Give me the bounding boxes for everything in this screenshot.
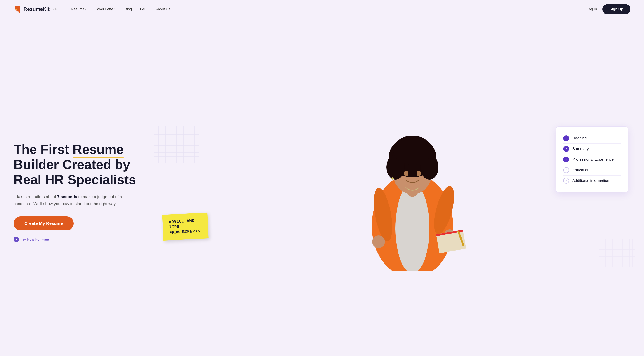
nav-blog[interactable]: Blog: [124, 7, 132, 11]
checklist-item-education: ✓ Education: [563, 165, 621, 175]
deco-lines-bottom: [599, 239, 635, 267]
check-icon-experience: ✓: [563, 157, 569, 162]
beta-badge: Beta: [52, 8, 58, 11]
svg-point-29: [404, 171, 408, 176]
nav-links: Resume ▾ Cover Letter ▾ Blog FAQ About U…: [71, 7, 587, 11]
nav-actions: Log In Sign Up: [587, 4, 630, 14]
shield-icon: ✦: [14, 237, 19, 242]
svg-point-38: [392, 177, 394, 180]
chevron-down-icon: ▾: [115, 8, 116, 10]
check-icon-heading: ✓: [563, 135, 569, 141]
logo-text: ResumeKit: [24, 6, 50, 12]
checklist-item-heading: ✓ Heading: [563, 133, 621, 143]
hero-section: The First Resume Builder Created by Real…: [0, 18, 644, 356]
advice-note: ADVICE AND TIPS FROM EXPERTS: [162, 213, 209, 241]
deco-lines-top: [154, 126, 199, 163]
nav-faq[interactable]: FAQ: [140, 7, 147, 11]
try-free-link[interactable]: ✦ Try Now For Free: [14, 237, 149, 242]
nav-resume[interactable]: Resume ▾: [71, 7, 86, 11]
checklist-card: ✓ Heading ✓ Summary ✓ Professional Exper…: [556, 126, 628, 192]
nav-about[interactable]: About Us: [155, 7, 170, 11]
svg-point-30: [416, 171, 421, 176]
svg-point-28: [393, 136, 432, 165]
login-link[interactable]: Log In: [587, 7, 597, 11]
check-icon-additional: ✓: [563, 178, 569, 184]
logo-icon: [14, 5, 22, 13]
check-icon-summary: ✓: [563, 146, 569, 152]
hero-left: The First Resume Builder Created by Real…: [14, 142, 149, 242]
chevron-down-icon: ▾: [85, 8, 86, 10]
check-icon-education: ✓: [563, 167, 569, 173]
nav-cover-letter[interactable]: Cover Letter ▾: [94, 7, 116, 11]
advice-note-text: ADVICE AND TIPS FROM EXPERTS: [169, 218, 202, 235]
hero-person-illustration: [356, 117, 469, 271]
signup-button[interactable]: Sign Up: [602, 4, 630, 14]
hero-subtitle: It takes recruiters about 7 seconds to m…: [14, 193, 122, 207]
navbar: ResumeKit Beta Resume ▾ Cover Letter ▾ B…: [0, 0, 644, 18]
svg-point-32: [372, 235, 385, 248]
checklist-item-additional: ✓ Additional information: [563, 175, 621, 186]
hero-right: ADVICE AND TIPS FROM EXPERTS ✓ Heading ✓…: [149, 113, 630, 271]
hero-title: The First Resume Builder Created by Real…: [14, 142, 149, 187]
hero-title-underline: Resume: [72, 142, 124, 157]
svg-point-0: [16, 9, 17, 10]
checklist-item-summary: ✓ Summary: [563, 143, 621, 154]
create-resume-button[interactable]: Create My Resume: [14, 216, 74, 230]
checklist-item-experience: ✓ Professional Experience: [563, 154, 621, 165]
logo[interactable]: ResumeKit Beta: [14, 5, 58, 13]
